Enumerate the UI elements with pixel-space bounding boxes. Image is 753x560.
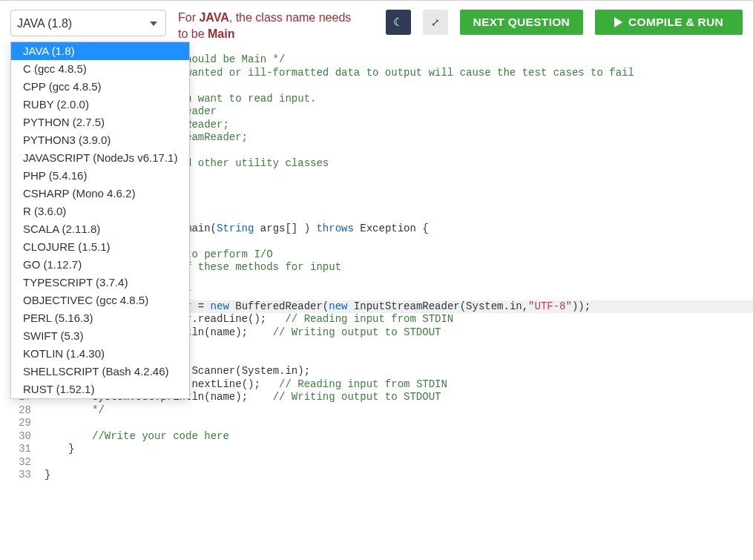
play-icon <box>614 17 622 27</box>
language-option[interactable]: PHP (5.4.16) <box>11 167 189 185</box>
note-main: Main <box>208 27 234 40</box>
next-question-button[interactable]: NEXT QUESTION <box>460 10 584 35</box>
note-prefix: For <box>178 11 199 24</box>
code-line[interactable]: */ <box>45 404 753 418</box>
code-line[interactable] <box>45 456 753 470</box>
language-option[interactable]: TYPESCRIPT (3.7.4) <box>11 274 189 291</box>
code-line[interactable] <box>45 417 753 430</box>
expand-icon: ⤢ <box>431 16 440 28</box>
language-option[interactable]: SWIFT (5.3) <box>11 327 189 345</box>
language-option[interactable]: CSHARP (Mono 4.6.2) <box>11 185 189 202</box>
language-option[interactable]: JAVA (1.8) <box>11 42 189 60</box>
language-option[interactable]: PYTHON3 (3.9.0) <box>11 131 189 149</box>
language-note: For JAVA, the class name needs to be Mai… <box>178 10 356 42</box>
next-question-label: NEXT QUESTION <box>473 16 570 29</box>
language-select[interactable]: JAVA (1.8) <box>10 10 166 36</box>
note-brand: JAVA <box>199 11 228 24</box>
language-option[interactable]: SHELLSCRIPT (Bash 4.2.46) <box>11 363 189 381</box>
language-option[interactable]: KOTLIN (1.4.30) <box>11 345 189 363</box>
code-line[interactable]: } <box>45 469 753 482</box>
language-option[interactable]: RUBY (2.0.0) <box>11 96 189 113</box>
line-number: 30 <box>0 430 31 444</box>
language-option[interactable]: C (gcc 4.8.5) <box>11 60 189 78</box>
language-select-wrap: JAVA (1.8) <box>10 10 166 36</box>
code-line[interactable]: //Write your code here <box>45 430 753 444</box>
language-option[interactable]: CPP (gcc 4.8.5) <box>11 78 189 96</box>
language-option[interactable]: CLOJURE (1.5.1) <box>11 238 189 256</box>
compile-run-button[interactable]: COMPILE & RUN <box>595 10 743 35</box>
language-option[interactable]: GO (1.12.7) <box>11 256 189 274</box>
fullscreen-button[interactable]: ⤢ <box>423 10 448 35</box>
language-option[interactable]: PYTHON (2.7.5) <box>11 113 189 131</box>
dark-mode-button[interactable]: ☾ <box>386 10 411 35</box>
moon-icon: ☾ <box>393 16 403 29</box>
language-option[interactable]: OBJECTIVEC (gcc 4.8.5) <box>11 291 189 309</box>
language-option[interactable]: JAVASCRIPT (NodeJs v6.17.1) <box>11 149 189 167</box>
language-option[interactable]: PERL (5.16.3) <box>11 309 189 327</box>
language-dropdown-list[interactable]: JAVA (1.8)C (gcc 4.8.5)CPP (gcc 4.8.5)RU… <box>10 42 190 399</box>
compile-run-label: COMPILE & RUN <box>628 16 723 29</box>
line-number: 33 <box>0 469 31 482</box>
language-option[interactable]: R (3.6.0) <box>11 202 189 220</box>
line-number: 32 <box>0 456 31 470</box>
code-line[interactable]: } <box>45 443 753 456</box>
language-option[interactable]: RUST (1.52.1) <box>11 381 189 398</box>
language-option[interactable]: SCALA (2.11.8) <box>11 220 189 238</box>
line-number: 29 <box>0 417 31 430</box>
line-number: 31 <box>0 443 31 456</box>
line-number: 28 <box>0 404 31 418</box>
